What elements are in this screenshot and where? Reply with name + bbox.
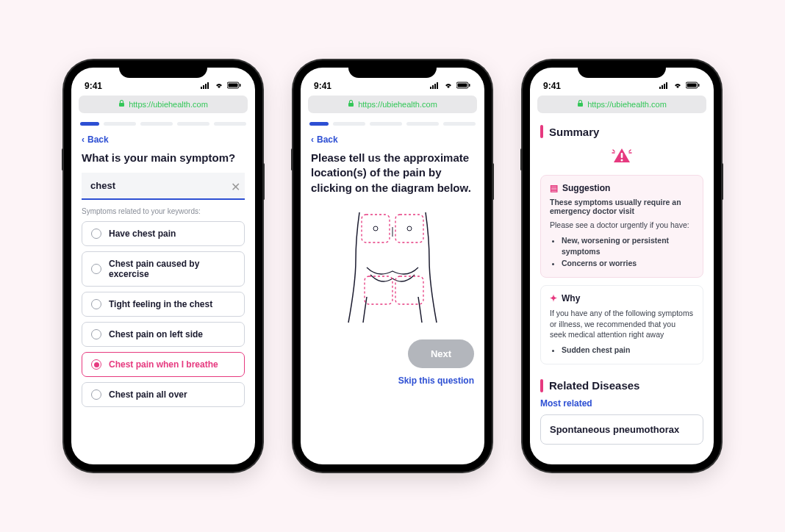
address-bar[interactable]: https://ubiehealth.com — [537, 96, 706, 113]
bullet: New, worsening or persistent symptoms — [562, 235, 694, 259]
disease-card[interactable]: Spontaneous pneumothorax — [540, 414, 703, 445]
lock-icon — [118, 100, 125, 109]
battery-icon — [686, 81, 700, 91]
svg-rect-18 — [395, 215, 423, 242]
option-label: Have chest pain — [109, 229, 176, 239]
why-text: If you have any of the following symptom… — [550, 308, 694, 340]
radio-icon — [91, 329, 101, 339]
svg-rect-25 — [664, 84, 665, 89]
radio-icon — [91, 264, 101, 274]
signal-icon — [659, 81, 670, 91]
svg-rect-7 — [119, 103, 124, 107]
why-bullets: Sudden chest pain — [550, 345, 694, 356]
svg-rect-26 — [666, 82, 667, 89]
phone-mockup-3: 9:41 https://ubiehealth.com Summary — [523, 60, 721, 472]
radio-icon — [91, 229, 101, 239]
symptom-option[interactable]: Chest pain on left side — [82, 322, 245, 347]
option-label: Chest pain caused by excercise — [109, 259, 235, 279]
phone-mockup-1: 9:41 https://ubiehealth.com — [64, 60, 262, 472]
battery-icon — [456, 81, 471, 91]
body-diagram[interactable] — [301, 203, 484, 335]
option-label: Chest pain all over — [109, 389, 187, 400]
svg-rect-8 — [430, 87, 431, 89]
wifi-icon — [443, 81, 454, 91]
svg-rect-1 — [203, 85, 204, 89]
svg-rect-5 — [229, 84, 238, 87]
symptom-option[interactable]: Chest pain when I breathe — [82, 352, 245, 377]
address-bar[interactable]: https://ubiehealth.com — [308, 96, 477, 113]
status-icons — [430, 81, 471, 91]
svg-rect-24 — [662, 85, 663, 89]
svg-rect-30 — [578, 103, 583, 107]
bullet: Sudden chest pain — [562, 345, 694, 356]
svg-rect-10 — [434, 84, 436, 89]
svg-rect-2 — [205, 84, 207, 89]
signal-icon — [201, 81, 211, 91]
screen: 9:41 https://ubiehealth.com — [71, 68, 255, 464]
status-icons — [659, 81, 700, 91]
svg-rect-14 — [469, 84, 470, 87]
svg-rect-9 — [432, 85, 434, 89]
suggestion-card: ▤ Suggestion These symptoms usually requ… — [540, 175, 703, 278]
svg-rect-17 — [362, 215, 390, 242]
svg-point-21 — [373, 226, 378, 231]
address-bar[interactable]: https://ubiehealth.com — [79, 96, 248, 113]
url: https://ubiehealth.com — [129, 100, 208, 109]
suggestion-bullets: New, worsening or persistent symptoms Co… — [550, 235, 694, 270]
lock-icon — [348, 100, 354, 109]
symptom-options: Have chest pain Chest pain caused by exc… — [71, 221, 255, 407]
svg-point-32 — [621, 159, 623, 162]
summary-heading: Summary — [530, 118, 714, 144]
back-button[interactable]: ‹ Back — [301, 132, 484, 151]
symptom-option[interactable]: Have chest pain — [82, 221, 245, 246]
symptom-option[interactable]: Chest pain all over — [82, 382, 245, 407]
svg-rect-15 — [348, 103, 354, 107]
svg-rect-6 — [240, 84, 241, 87]
time: 9:41 — [314, 81, 331, 91]
signal-icon — [430, 81, 440, 91]
svg-rect-3 — [207, 82, 209, 89]
page-title: Please tell us the approximate location(… — [301, 151, 484, 203]
wifi-icon — [673, 81, 683, 91]
progress-bar — [71, 118, 255, 132]
svg-rect-11 — [437, 82, 438, 89]
option-label: Tight feeling in the chest — [109, 299, 212, 309]
suggestion-headline: These symptoms usually require an emerge… — [550, 198, 694, 215]
back-button[interactable]: ‹ Back — [71, 132, 255, 151]
svg-point-22 — [407, 226, 412, 231]
search-wrapper: ✕ — [82, 173, 245, 200]
alert-icon — [530, 144, 714, 175]
symptom-option[interactable]: Tight feeling in the chest — [82, 292, 245, 317]
skip-link[interactable]: Skip this question — [301, 373, 484, 386]
most-related-label: Most related — [530, 398, 714, 414]
wifi-icon — [214, 81, 224, 91]
sparkle-icon: ✦ — [550, 293, 557, 303]
radio-icon — [91, 359, 101, 370]
note-icon: ▤ — [550, 183, 558, 193]
time: 9:41 — [543, 81, 561, 91]
bullet: Concerns or worries — [562, 258, 694, 270]
battery-icon — [227, 81, 242, 91]
next-button[interactable]: Next — [408, 339, 474, 368]
svg-rect-23 — [659, 87, 661, 89]
results-hint: Symptoms related to your keywords: — [71, 207, 255, 221]
screen: 9:41 https://ubiehealth.com ‹ Back Pleas… — [301, 68, 484, 464]
progress-bar — [301, 118, 484, 132]
lock-icon — [577, 100, 584, 109]
svg-rect-0 — [201, 87, 202, 89]
chevron-left-icon: ‹ — [82, 134, 85, 145]
symptom-search-input[interactable] — [82, 173, 245, 200]
card-title: ▤ Suggestion — [550, 183, 694, 193]
phone-mockup-2: 9:41 https://ubiehealth.com ‹ Back Pleas… — [293, 60, 492, 472]
option-label: Chest pain when I breathe — [109, 359, 218, 370]
page-title: What is your main symptom? — [71, 151, 255, 173]
svg-rect-29 — [698, 84, 700, 87]
clear-icon[interactable]: ✕ — [231, 179, 240, 193]
related-heading: Related Diseases — [530, 372, 714, 398]
symptom-option[interactable]: Chest pain caused by excercise — [82, 251, 245, 287]
screen: 9:41 https://ubiehealth.com Summary — [530, 68, 714, 464]
card-title: ✦ Why — [550, 293, 694, 303]
option-label: Chest pain on left side — [109, 329, 203, 339]
svg-rect-31 — [621, 153, 623, 158]
time: 9:41 — [85, 81, 102, 91]
